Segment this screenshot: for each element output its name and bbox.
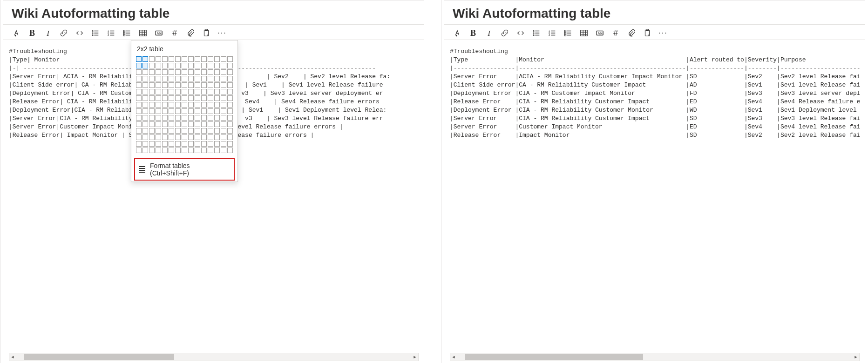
table-size-cell[interactable] xyxy=(188,141,194,147)
table-size-cell[interactable] xyxy=(227,108,233,114)
table-size-cell[interactable] xyxy=(156,89,161,94)
table-size-cell[interactable] xyxy=(182,134,187,140)
table-size-cell[interactable] xyxy=(221,108,226,114)
table-size-cell[interactable] xyxy=(214,69,220,75)
heading-button[interactable]: # xyxy=(611,28,620,38)
table-size-cell[interactable] xyxy=(156,128,161,134)
table-size-cell[interactable] xyxy=(221,56,226,62)
table-size-cell[interactable] xyxy=(227,76,233,81)
bullet-list-button[interactable] xyxy=(91,28,100,38)
table-size-cell[interactable] xyxy=(201,115,207,121)
table-size-cell[interactable] xyxy=(169,95,174,101)
table-size-cell[interactable] xyxy=(162,102,168,108)
table-size-cell[interactable] xyxy=(201,63,207,68)
table-size-cell[interactable] xyxy=(188,108,194,114)
table-size-cell[interactable] xyxy=(182,82,187,88)
table-size-cell[interactable] xyxy=(195,108,200,114)
table-size-cell[interactable] xyxy=(201,102,207,108)
bold-button[interactable]: B xyxy=(27,28,37,38)
table-size-cell[interactable] xyxy=(188,121,194,127)
table-size-cell[interactable] xyxy=(195,76,200,81)
table-size-cell[interactable] xyxy=(195,115,200,121)
table-size-cell[interactable] xyxy=(208,95,213,101)
table-size-cell[interactable] xyxy=(162,89,168,94)
scroll-track[interactable] xyxy=(16,353,412,361)
table-size-cell[interactable] xyxy=(142,134,148,140)
table-size-cell[interactable] xyxy=(136,89,142,94)
attach-button[interactable] xyxy=(627,28,636,38)
table-size-cell[interactable] xyxy=(156,134,161,140)
table-size-cell[interactable] xyxy=(162,108,168,114)
table-size-cell[interactable] xyxy=(156,76,161,81)
table-size-cell[interactable] xyxy=(149,95,155,101)
table-size-cell[interactable] xyxy=(136,69,142,75)
table-size-cell[interactable] xyxy=(182,141,187,147)
table-size-cell[interactable] xyxy=(195,95,200,101)
table-size-cell[interactable] xyxy=(149,141,155,147)
table-size-cell[interactable] xyxy=(214,76,220,81)
table-size-cell[interactable] xyxy=(214,128,220,134)
table-size-cell[interactable] xyxy=(162,115,168,121)
table-size-cell[interactable] xyxy=(227,82,233,88)
code-button[interactable] xyxy=(75,28,84,38)
table-size-cell[interactable] xyxy=(182,95,187,101)
table-size-cell[interactable] xyxy=(149,82,155,88)
table-size-cell[interactable] xyxy=(136,141,142,147)
table-size-cell[interactable] xyxy=(214,82,220,88)
table-size-cell[interactable] xyxy=(169,148,174,153)
table-size-cell[interactable] xyxy=(182,128,187,134)
bullet-list-button[interactable] xyxy=(532,28,541,38)
scroll-right-arrow[interactable]: ► xyxy=(853,355,859,359)
table-size-cell[interactable] xyxy=(201,69,207,75)
table-size-cell[interactable] xyxy=(208,76,213,81)
table-size-cell[interactable] xyxy=(162,69,168,75)
table-size-cell[interactable] xyxy=(136,102,142,108)
table-size-cell[interactable] xyxy=(201,76,207,81)
table-size-cell[interactable] xyxy=(201,141,207,147)
table-size-cell[interactable] xyxy=(188,63,194,68)
table-size-cell[interactable] xyxy=(156,95,161,101)
table-size-cell[interactable] xyxy=(149,148,155,153)
table-size-cell[interactable] xyxy=(201,89,207,94)
horizontal-scrollbar[interactable]: ◄ ► xyxy=(450,353,860,361)
table-size-cell[interactable] xyxy=(175,141,181,147)
table-size-cell[interactable] xyxy=(136,82,142,88)
table-size-cell[interactable] xyxy=(149,76,155,81)
table-size-cell[interactable] xyxy=(149,69,155,75)
table-button[interactable] xyxy=(138,28,148,38)
table-size-cell[interactable] xyxy=(221,76,226,81)
italic-button[interactable]: I xyxy=(43,28,53,38)
table-size-cell[interactable] xyxy=(214,115,220,121)
table-size-cell[interactable] xyxy=(188,89,194,94)
table-size-cell[interactable] xyxy=(142,69,148,75)
table-size-cell[interactable] xyxy=(208,89,213,94)
table-size-cell[interactable] xyxy=(221,128,226,134)
page-title[interactable]: Wiki Autoformatting table xyxy=(453,4,857,22)
table-size-cell[interactable] xyxy=(195,89,200,94)
editor-text[interactable]: #Troubleshooting |Type |Monitor |Alert r… xyxy=(450,47,860,140)
table-size-cell[interactable] xyxy=(221,63,226,68)
table-size-cell[interactable] xyxy=(195,121,200,127)
table-size-cell[interactable] xyxy=(208,148,213,153)
table-size-cell[interactable] xyxy=(169,108,174,114)
editor-area[interactable]: #Troubleshooting |Type |Monitor |Alert r… xyxy=(441,40,868,353)
table-size-cell[interactable] xyxy=(136,63,142,68)
table-size-cell[interactable] xyxy=(142,76,148,81)
table-size-cell[interactable] xyxy=(214,121,220,127)
table-size-cell[interactable] xyxy=(195,82,200,88)
numbered-list-button[interactable]: 123 xyxy=(548,28,557,38)
table-size-cell[interactable] xyxy=(149,89,155,94)
table-size-cell[interactable] xyxy=(188,76,194,81)
horizontal-scrollbar[interactable]: ◄ ► xyxy=(9,353,419,361)
table-size-cell[interactable] xyxy=(214,63,220,68)
table-size-cell[interactable] xyxy=(182,76,187,81)
table-size-cell[interactable] xyxy=(162,76,168,81)
table-size-cell[interactable] xyxy=(214,89,220,94)
table-size-cell[interactable] xyxy=(188,115,194,121)
table-size-cell[interactable] xyxy=(136,108,142,114)
table-size-cell[interactable] xyxy=(175,76,181,81)
scroll-thumb[interactable] xyxy=(465,354,643,360)
table-size-cell[interactable] xyxy=(136,56,142,62)
table-size-cell[interactable] xyxy=(142,108,148,114)
table-size-cell[interactable] xyxy=(208,56,213,62)
